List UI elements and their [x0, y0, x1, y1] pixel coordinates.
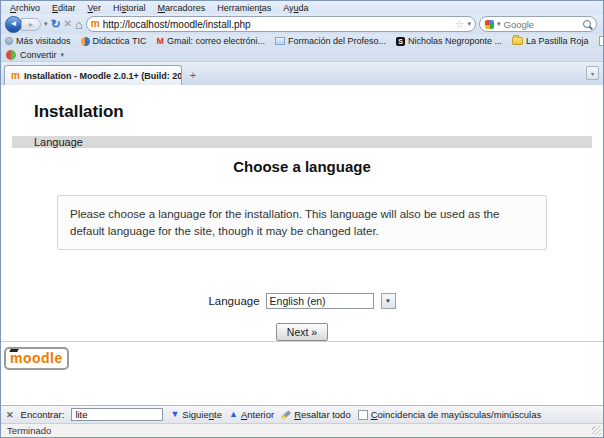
convertir-button[interactable]: Convertir — [20, 50, 57, 60]
menu-label: da — [299, 3, 309, 13]
highlighter-icon — [281, 410, 291, 419]
highlight-all-button[interactable]: Resaltar todo — [281, 409, 351, 420]
menu-herramientas[interactable]: Herramientas — [212, 3, 276, 13]
forward-button[interactable]: ► — [21, 18, 41, 31]
new-tab-button[interactable]: + — [184, 67, 202, 83]
menu-historial[interactable]: Historial — [108, 3, 151, 13]
moodle-favicon-icon: m — [11, 71, 20, 81]
language-label: Language — [208, 295, 259, 307]
back-icon: ◄ — [10, 20, 18, 28]
bookmark-formacion[interactable]: Formación del Profeso... — [275, 36, 386, 46]
match-case-label: Coincidencia de mayúsculas/minúsculas — [371, 409, 542, 420]
reload-button[interactable]: ↻ — [51, 18, 61, 30]
match-case-label-part: oincidencia de mayúsculas/minúsculas — [378, 409, 542, 420]
highlight-label-part: esaltar todo — [301, 409, 351, 420]
status-bar: Terminado — [1, 423, 603, 437]
resize-grip[interactable] — [592, 426, 601, 435]
chevron-down-icon: ▼ — [385, 298, 391, 304]
menu-label: M — [158, 3, 166, 13]
menu-archivo[interactable]: Archivo — [5, 3, 45, 13]
convertir-toolbar: Convertir ▾ — [1, 48, 603, 62]
slashdot-icon: S — [396, 37, 405, 46]
didactica-icon — [81, 37, 90, 46]
find-prev-button[interactable]: ▲ Anterior — [229, 409, 274, 420]
menu-label: arcadores — [165, 3, 205, 13]
info-box: Please choose a language for the install… — [57, 195, 547, 250]
menu-label: rchivo — [16, 3, 40, 13]
find-bar: ✕ Encontrar: ▼ Siguiente ▲ Anterior Resa… — [1, 405, 603, 423]
browser-window: Archivo Editar Ver Historial Marcadores … — [0, 0, 604, 438]
menu-ayuda[interactable]: Ayuda — [278, 3, 313, 13]
find-prev-label: Anterior — [241, 409, 274, 420]
page-title: Installation — [34, 102, 603, 122]
next-button[interactable]: Next » — [276, 323, 328, 341]
moodle-logo[interactable]: moodle — [4, 347, 69, 370]
menu-bar: Archivo Editar Ver Historial Marcadores … — [1, 1, 603, 14]
bookmark-label: La Pastilla Roja — [526, 36, 589, 46]
convert-icon — [6, 50, 16, 60]
bookmark-label: Didactica TIC — [93, 36, 147, 46]
search-icon[interactable] — [583, 20, 591, 28]
page-icon — [599, 36, 604, 46]
language-form-row: Language English (en) ▼ — [1, 293, 603, 309]
menu-ver[interactable]: Ver — [83, 3, 107, 13]
find-next-label-part: Siguie — [182, 409, 208, 420]
find-next-label: Siguiente — [182, 409, 222, 420]
bookmark-didactica-tic[interactable]: Didactica TIC — [81, 36, 147, 46]
bookmark-gmail[interactable]: MGmail: correo electróni... — [156, 36, 265, 46]
next-button-row: Next » — [1, 323, 603, 341]
bookmark-label: Formación del Profeso... — [288, 36, 386, 46]
bookmark-1024x[interactable]: 1024x — [599, 36, 604, 46]
find-next-button[interactable]: ▼ Siguiente — [170, 409, 222, 420]
menu-label: ditar — [58, 3, 76, 13]
convertir-dropdown-icon[interactable]: ▾ — [61, 51, 65, 59]
section-bar-language: Language — [12, 136, 592, 148]
find-label: Encontrar: — [21, 409, 65, 420]
find-input[interactable] — [71, 408, 163, 421]
bookmark-star-icon[interactable]: ☆ — [455, 19, 465, 30]
bookmark-label: Gmail: correo electróni... — [167, 36, 265, 46]
search-box[interactable]: ▾ — [479, 16, 597, 32]
menu-marcadores[interactable]: Marcadores — [153, 3, 211, 13]
menu-label: Herramien — [217, 3, 259, 13]
url-dropdown-icon[interactable]: ▾ — [467, 20, 471, 28]
search-input[interactable] — [504, 19, 580, 30]
language-select[interactable]: English (en) — [266, 293, 374, 309]
bookmark-nicholas-negroponte[interactable]: SNicholas Negroponte ... — [396, 36, 502, 46]
bookmark-mas-visitados[interactable]: Más visitados — [5, 36, 71, 46]
info-text: Please choose a language for the install… — [70, 208, 499, 237]
url-bar[interactable]: m ☆ ▾ — [86, 16, 476, 32]
url-input[interactable] — [103, 19, 452, 30]
tab-strip: m Installation - Moodle 2.0.1+ (Build: 2… — [1, 62, 603, 85]
google-logo-icon — [485, 20, 494, 29]
match-case-option[interactable]: Coincidencia de mayúsculas/minúsculas — [358, 409, 542, 420]
bookmark-label: Nicholas Negroponte ... — [408, 36, 502, 46]
bookmark-label: Más visitados — [16, 36, 71, 46]
home-button[interactable]: ⌂ — [75, 18, 83, 31]
arrow-up-icon: ▲ — [229, 410, 238, 419]
stop-button[interactable]: ✕ — [64, 19, 72, 29]
language-select-value: English (en) — [270, 295, 326, 307]
arrow-down-icon: ▼ — [170, 410, 179, 419]
close-icon[interactable]: ✕ — [6, 410, 14, 420]
list-all-tabs-button[interactable]: ▾ — [586, 66, 599, 80]
match-case-checkbox[interactable] — [358, 410, 368, 420]
status-text: Terminado — [7, 425, 51, 436]
moodle-favicon-icon: m — [91, 19, 100, 29]
history-dropdown-icon[interactable]: ▾ — [44, 20, 48, 28]
find-prev-label-part: nterior — [247, 409, 274, 420]
navigation-toolbar: ◄ ► ▾ ↻ ✕ ⌂ m ☆ ▾ ▾ — [1, 14, 603, 34]
page-footer: moodle — [1, 341, 603, 405]
moodle-logo-text: moodle — [10, 350, 63, 366]
menu-label: Hi — [113, 3, 122, 13]
gmail-icon: M — [156, 37, 164, 46]
search-engine-dropdown-icon[interactable]: ▾ — [497, 20, 501, 28]
tab-installation[interactable]: m Installation - Moodle 2.0.1+ (Build: 2… — [4, 65, 182, 85]
folder-icon — [512, 37, 523, 45]
language-select-dropdown-button[interactable]: ▼ — [381, 293, 396, 309]
bookmark-la-pastilla-roja[interactable]: La Pastilla Roja — [512, 36, 589, 46]
bookmarks-toolbar: Más visitados Didactica TIC MGmail: corr… — [1, 34, 603, 48]
back-button[interactable]: ◄ — [5, 16, 22, 33]
menu-editar[interactable]: Editar — [47, 3, 81, 13]
menu-label: as — [262, 3, 272, 13]
